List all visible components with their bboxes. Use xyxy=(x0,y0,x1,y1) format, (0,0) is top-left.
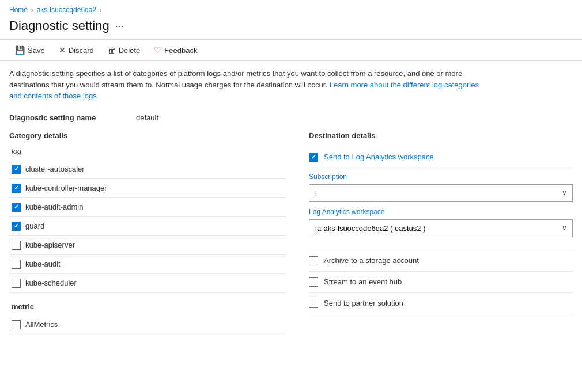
setting-name-row: Diagnostic setting name default xyxy=(0,109,582,127)
feedback-icon: ♡ xyxy=(154,45,161,55)
metric-item-allmetrics[interactable]: AllMetrics xyxy=(9,315,286,334)
delete-icon: 🗑 xyxy=(108,45,116,55)
checkbox-kube-audit[interactable] xyxy=(12,260,21,269)
workspace-label: Log Analytics workspace xyxy=(309,208,573,216)
setting-name-label: Diagnostic setting name xyxy=(9,113,124,122)
subscription-select[interactable]: l xyxy=(309,184,573,202)
dest-storage-row[interactable]: Archive to a storage account xyxy=(309,250,573,272)
metric-section: metric AllMetrics xyxy=(9,302,286,334)
breadcrumb-sep-1: › xyxy=(31,6,33,13)
breadcrumb-home[interactable]: Home xyxy=(9,6,28,14)
log-item-kube-controller-manager[interactable]: kube-controller-manager xyxy=(9,179,286,198)
log-item-kube-apiserver[interactable]: kube-apiserver xyxy=(9,236,286,255)
log-section-title: log xyxy=(9,147,286,155)
workspace-select[interactable]: la-aks-lsuoccqde6qa2 ( eastus2 ) xyxy=(309,219,573,237)
checkbox-allmetrics[interactable] xyxy=(12,320,21,329)
toolbar: 💾 Save ✕ Discard 🗑 Delete ♡ Feedback xyxy=(0,39,582,61)
log-section: log cluster-autoscaler kube-controller-m… xyxy=(9,147,286,293)
destination-panel-title: Destination details xyxy=(309,131,573,140)
subscription-group: Subscription l ∨ xyxy=(309,173,573,202)
dest-log-analytics-row[interactable]: Send to Log Analytics workspace xyxy=(309,147,573,168)
checkbox-kube-scheduler[interactable] xyxy=(12,279,21,288)
setting-name-value: default xyxy=(136,113,158,122)
checkbox-storage-account[interactable] xyxy=(309,256,318,265)
category-panel: Category details log cluster-autoscaler … xyxy=(9,131,286,334)
discard-button[interactable]: ✕ Discard xyxy=(53,43,100,57)
discard-icon: ✕ xyxy=(59,45,66,55)
metric-section-title: metric xyxy=(9,302,286,311)
checkbox-log-analytics[interactable] xyxy=(309,153,318,162)
log-item-cluster-autoscaler[interactable]: cluster-autoscaler xyxy=(9,160,286,179)
checkbox-kube-audit-admin[interactable] xyxy=(12,203,21,212)
checkbox-kube-controller-manager[interactable] xyxy=(12,184,21,193)
log-item-kube-audit-admin[interactable]: kube-audit-admin xyxy=(9,198,286,217)
log-item-kube-scheduler[interactable]: kube-scheduler xyxy=(9,274,286,293)
page-title: Diagnostic setting xyxy=(9,18,109,33)
log-analytics-sub: Subscription l ∨ Log Analytics workspace… xyxy=(309,168,573,250)
breadcrumb-resource[interactable]: aks-lsuoccqde6qa2 xyxy=(37,6,96,14)
breadcrumb-sep-2: › xyxy=(100,6,102,13)
save-icon: 💾 xyxy=(15,45,25,55)
workspace-group: Log Analytics workspace la-aks-lsuoccqde… xyxy=(309,208,573,237)
checkbox-event-hub[interactable] xyxy=(309,277,318,287)
checkbox-kube-apiserver[interactable] xyxy=(12,241,21,250)
log-item-kube-audit[interactable]: kube-audit xyxy=(9,255,286,274)
category-panel-title: Category details xyxy=(9,131,286,140)
checkbox-guard[interactable] xyxy=(12,222,21,231)
subscription-label: Subscription xyxy=(309,173,573,181)
save-button[interactable]: 💾 Save xyxy=(9,43,51,57)
checkbox-partner-solution[interactable] xyxy=(309,299,318,308)
breadcrumb: Home › aks-lsuoccqde6qa2 › xyxy=(0,0,582,16)
content-area: Category details log cluster-autoscaler … xyxy=(0,127,582,339)
checkbox-cluster-autoscaler[interactable] xyxy=(12,165,21,174)
feedback-button[interactable]: ♡ Feedback xyxy=(148,43,203,57)
dest-log-analytics-section: Send to Log Analytics workspace Subscrip… xyxy=(309,147,573,250)
dest-partner-row[interactable]: Send to partner solution xyxy=(309,293,573,314)
page-header: Diagnostic setting ··· xyxy=(0,16,582,39)
destination-panel: Destination details Send to Log Analytic… xyxy=(309,131,573,334)
dest-event-hub-row[interactable]: Stream to an event hub xyxy=(309,272,573,293)
log-item-guard[interactable]: guard xyxy=(9,217,286,236)
workspace-dropdown-wrapper: la-aks-lsuoccqde6qa2 ( eastus2 ) ∨ xyxy=(309,219,573,237)
page-menu-icon[interactable]: ··· xyxy=(115,20,124,32)
description: A diagnostic setting specifies a list of… xyxy=(0,61,490,109)
delete-button[interactable]: 🗑 Delete xyxy=(102,43,146,57)
subscription-dropdown-wrapper: l ∨ xyxy=(309,184,573,202)
